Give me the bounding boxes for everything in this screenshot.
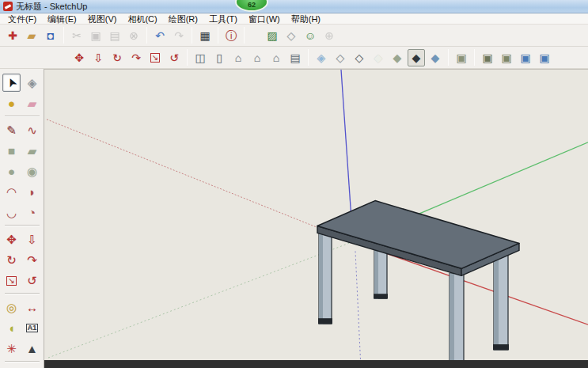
table-leg-front-left[interactable] — [318, 230, 332, 324]
photo-textures-icon[interactable]: ▨ — [264, 27, 281, 44]
rotate-tool-icon[interactable]: ↻ — [108, 49, 126, 66]
iso-view-icon[interactable]: ◫ — [192, 49, 209, 66]
wireframe-style-icon[interactable]: ◇ — [351, 49, 368, 66]
paste-icon[interactable]: ▤ — [106, 27, 123, 44]
axes-tool-icon[interactable]: ✳ — [2, 340, 21, 358]
copy-icon[interactable]: ▣ — [87, 27, 104, 44]
shaded-style-icon[interactable]: ◆ — [389, 49, 406, 66]
dimension-tool-icon[interactable]: ↔ — [23, 298, 41, 317]
push-pull-tool-icon[interactable]: ⇩ — [23, 230, 41, 248]
photo-textures-icon-glyph: ▨ — [267, 30, 277, 41]
model-info-icon-glyph: ⓘ — [226, 30, 237, 41]
xray-style-icon[interactable]: ◈ — [313, 49, 330, 66]
circle-tool-icon[interactable]: ● — [2, 162, 21, 180]
three-point-arc-tool-icon-glyph: ◡ — [6, 207, 17, 218]
rotated-rectangle-tool-icon[interactable]: ▰ — [23, 142, 41, 160]
viewport-bottom-strip — [44, 360, 588, 368]
title-bar[interactable]: 无标题 - SketchUp — [0, 0, 588, 13]
menu-file[interactable]: 文件(F) — [2, 13, 42, 25]
paint-bucket-icon[interactable]: ● — [2, 94, 21, 112]
component-sketchy-icon[interactable]: ◇ — [283, 27, 300, 44]
viewport-canvas[interactable] — [44, 70, 588, 368]
new-file-icon[interactable]: ✚ — [4, 27, 21, 44]
drawing-viewport[interactable] — [44, 69, 588, 368]
table-leg-back-right[interactable] — [493, 247, 509, 350]
freehand-tool-icon[interactable]: ∿ — [23, 121, 41, 139]
model-info-icon[interactable]: ⓘ — [222, 27, 240, 44]
eraser-icon-glyph: ▰ — [28, 97, 37, 109]
front-view-icon[interactable]: ⌂ — [230, 49, 247, 66]
menu-camera[interactable]: 相机(C) — [122, 13, 162, 25]
make-component-icon[interactable]: ◈ — [23, 74, 41, 92]
protractor-tool-icon[interactable]: ◖ — [2, 319, 21, 337]
intersect-solids-icon[interactable]: ▣ — [479, 49, 496, 66]
outer-shell-icon[interactable]: ▣ — [453, 49, 470, 66]
google-earth-icon-glyph: ⊕ — [324, 30, 334, 41]
right-view-icon[interactable]: ⌂ — [248, 49, 266, 66]
hidden-line-style-icon[interactable]: ◆ — [370, 49, 387, 66]
three-point-arc-tool-icon[interactable]: ◡ — [2, 203, 21, 222]
eraser-icon[interactable]: ▰ — [23, 94, 41, 112]
rectangle-tool-icon[interactable]: ■ — [2, 142, 21, 160]
pie-tool-icon[interactable]: ◔ — [23, 203, 41, 222]
main-area: ➤◈●▰✎∿■▰●◉◠◗◡◔✥⇩↻↷↘↺◎↔◖A1✳▲↻☝⊙▣ — [0, 69, 588, 368]
toolbar-divider — [244, 27, 245, 44]
redo-icon[interactable]: ↷ — [170, 27, 188, 44]
google-earth-icon[interactable]: ⊕ — [321, 27, 338, 44]
warehouse-person-icon[interactable]: ☺ — [302, 27, 319, 44]
back-edges-style-icon[interactable]: ◇ — [332, 49, 349, 66]
rotate-tool-icon[interactable]: ↻ — [2, 251, 21, 269]
top-view-icon[interactable]: ▯ — [211, 49, 228, 66]
back-view-icon[interactable]: ⌂ — [267, 49, 285, 66]
arc-tool-icon[interactable]: ◠ — [2, 183, 21, 201]
scale-tool-icon[interactable]: ↘ — [146, 49, 164, 66]
cut-icon[interactable]: ✂ — [68, 27, 85, 44]
move-tool-icon[interactable]: ✥ — [2, 230, 21, 248]
redo-icon-glyph: ↷ — [174, 30, 184, 41]
large-tool-set: ➤◈●▰✎∿■▰●◉◠◗◡◔✥⇩↻↷↘↺◎↔◖A1✳▲↻☝⊙▣ — [0, 69, 44, 368]
menu-window[interactable]: 窗口(W) — [243, 13, 286, 25]
trim-solids-icon[interactable]: ▣ — [536, 49, 553, 66]
menu-view[interactable]: 视图(V) — [82, 13, 123, 25]
textured-style-icon-glyph: ◆ — [412, 52, 421, 63]
text-tool-icon[interactable]: A1 — [23, 319, 41, 337]
palette-row: ✎∿ — [0, 121, 44, 139]
line-tool-icon[interactable]: ✎ — [2, 121, 21, 139]
palette-row: ■▰ — [0, 142, 44, 160]
follow-me-tool-icon[interactable]: ↷ — [127, 49, 145, 66]
table-leg-front-right[interactable] — [450, 273, 464, 368]
delete-icon[interactable]: ⊗ — [125, 27, 142, 44]
offset-tool-icon[interactable]: ↺ — [23, 271, 41, 290]
monochrome-style-icon[interactable]: ◆ — [427, 49, 444, 66]
follow-me-tool-icon[interactable]: ↷ — [23, 251, 41, 269]
two-point-arc-tool-icon[interactable]: ◗ — [23, 183, 41, 201]
palette-separator — [5, 293, 40, 294]
print-icon[interactable]: ▦ — [196, 27, 214, 44]
polygon-tool-icon[interactable]: ◉ — [23, 162, 41, 180]
pie-tool-icon-glyph: ◔ — [28, 207, 36, 218]
make-component-icon-glyph: ◈ — [28, 77, 37, 89]
move-tool-icon[interactable]: ✥ — [70, 49, 88, 66]
open-file-icon[interactable]: ▰ — [23, 27, 40, 44]
toolbar-divider — [474, 49, 475, 66]
undo-icon[interactable]: ↶ — [151, 27, 169, 44]
save-icon[interactable]: ◘ — [42, 27, 59, 44]
menu-edit[interactable]: 编辑(E) — [42, 13, 82, 25]
palette-separator — [5, 225, 40, 226]
tape-measure-icon[interactable]: ◎ — [2, 298, 21, 317]
protractor-tool-icon-glyph: ◖ — [8, 322, 15, 334]
menu-draw[interactable]: 绘图(R) — [163, 13, 203, 25]
union-solids-icon[interactable]: ▣ — [498, 49, 515, 66]
textured-style-icon[interactable]: ◆ — [408, 49, 425, 66]
offset-tool-icon[interactable]: ↺ — [165, 49, 183, 66]
select-tool-icon[interactable]: ➤ — [2, 74, 21, 92]
toolbar-divider — [63, 27, 64, 44]
subtract-solids-icon[interactable]: ▣ — [517, 49, 534, 66]
3d-text-tool-icon[interactable]: ▲ — [23, 340, 41, 358]
push-pull-tool-icon[interactable]: ⇩ — [89, 49, 107, 66]
left-view-icon[interactable]: ▤ — [286, 49, 304, 66]
menu-tools[interactable]: 工具(T) — [203, 13, 243, 25]
scale-tool-icon[interactable]: ↘ — [2, 271, 21, 290]
left-view-icon-glyph: ▤ — [290, 52, 300, 63]
menu-help[interactable]: 帮助(H) — [286, 13, 326, 25]
